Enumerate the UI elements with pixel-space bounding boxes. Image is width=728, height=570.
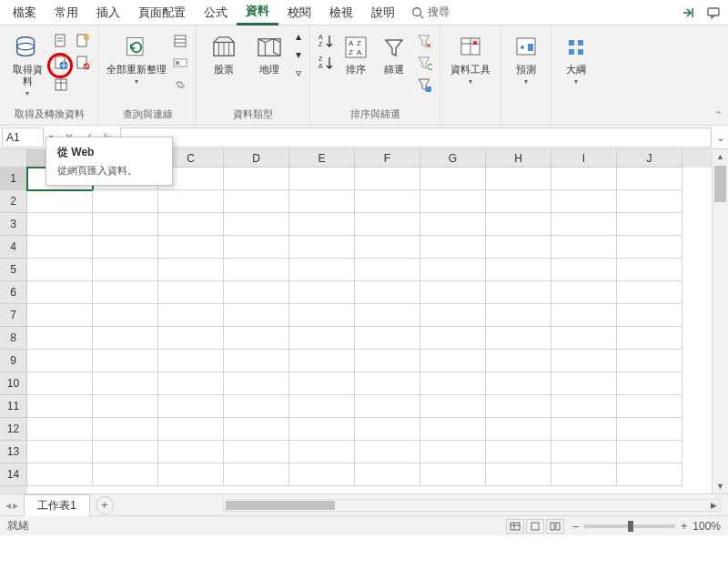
- recent-sources-button[interactable]: [73, 31, 93, 51]
- expand-gallery-button[interactable]: ▿: [293, 67, 304, 78]
- vertical-scrollbar[interactable]: ▲ ▼: [712, 149, 728, 494]
- tab-data[interactable]: 資料: [237, 0, 278, 25]
- cell-G3[interactable]: [420, 213, 486, 236]
- cell-B8[interactable]: [93, 327, 158, 350]
- cell-D8[interactable]: [224, 327, 289, 350]
- cell-J4[interactable]: [617, 236, 682, 259]
- cell-H7[interactable]: [486, 304, 551, 327]
- cells[interactable]: [27, 168, 712, 494]
- cell-J2[interactable]: [617, 190, 682, 213]
- cell-D12[interactable]: [224, 418, 289, 441]
- cell-E12[interactable]: [289, 418, 355, 441]
- cell-I11[interactable]: [551, 395, 617, 418]
- filter-button[interactable]: 篩選: [376, 29, 412, 79]
- search-box[interactable]: 搜尋: [404, 5, 457, 20]
- cell-A5[interactable]: [27, 259, 93, 281]
- existing-connections-button[interactable]: [73, 53, 93, 73]
- cell-F6[interactable]: [355, 281, 420, 304]
- sort-za-button[interactable]: ZA: [316, 53, 336, 73]
- reapply-button[interactable]: [414, 53, 434, 73]
- next-sheet-button[interactable]: ▸: [13, 499, 18, 512]
- cell-E4[interactable]: [289, 236, 355, 259]
- cell-D3[interactable]: [224, 213, 289, 236]
- cell-B13[interactable]: [93, 441, 158, 463]
- tab-formulas[interactable]: 公式: [195, 1, 237, 25]
- row-header-10[interactable]: 10: [0, 372, 27, 395]
- cell-G5[interactable]: [420, 259, 486, 281]
- advanced-button[interactable]: [414, 75, 434, 95]
- column-header-E[interactable]: E: [289, 149, 355, 168]
- cell-A6[interactable]: [27, 281, 93, 304]
- cell-E13[interactable]: [289, 441, 355, 463]
- scrollbar-thumb[interactable]: [714, 166, 726, 202]
- cell-A12[interactable]: [27, 418, 93, 441]
- row-header-14[interactable]: 14: [0, 463, 27, 486]
- cell-H5[interactable]: [486, 259, 551, 281]
- cell-J13[interactable]: [617, 441, 682, 463]
- row-header-13[interactable]: 13: [0, 441, 27, 463]
- cell-H2[interactable]: [486, 190, 551, 213]
- forecast-button[interactable]: 預測 ▾: [507, 29, 545, 90]
- tab-review[interactable]: 校閱: [278, 1, 320, 25]
- tab-page-layout[interactable]: 頁面配置: [129, 1, 195, 25]
- cell-I2[interactable]: [551, 190, 617, 213]
- edit-links-button[interactable]: [170, 75, 190, 95]
- share-button[interactable]: [677, 2, 699, 24]
- cell-A11[interactable]: [27, 395, 93, 418]
- row-header-5[interactable]: 5: [0, 259, 27, 281]
- cell-B12[interactable]: [93, 418, 158, 441]
- cell-D14[interactable]: [224, 463, 289, 486]
- column-header-I[interactable]: I: [551, 149, 617, 168]
- row-header-9[interactable]: 9: [0, 350, 27, 372]
- cell-A7[interactable]: [27, 304, 93, 327]
- cell-C7[interactable]: [158, 304, 224, 327]
- cell-H4[interactable]: [486, 236, 551, 259]
- cell-F3[interactable]: [355, 213, 420, 236]
- column-header-F[interactable]: F: [355, 149, 420, 168]
- cell-H8[interactable]: [486, 327, 551, 350]
- cell-E3[interactable]: [289, 213, 355, 236]
- cell-E5[interactable]: [289, 259, 355, 281]
- cell-E1[interactable]: [289, 168, 355, 190]
- queries-connections-button[interactable]: [170, 31, 190, 51]
- get-data-button[interactable]: 取得資 料 ▾: [5, 29, 49, 102]
- cell-J6[interactable]: [617, 281, 682, 304]
- cell-B9[interactable]: [93, 350, 158, 372]
- cell-G12[interactable]: [420, 418, 486, 441]
- collapse-ribbon-button[interactable]: ⌃: [714, 109, 723, 121]
- cell-H1[interactable]: [486, 168, 551, 190]
- cell-J7[interactable]: [617, 304, 682, 327]
- cell-J14[interactable]: [617, 463, 682, 486]
- zoom-in-button[interactable]: +: [681, 520, 687, 533]
- cell-H13[interactable]: [486, 441, 551, 463]
- comments-button[interactable]: [703, 2, 724, 24]
- cell-H11[interactable]: [486, 395, 551, 418]
- cell-D10[interactable]: [224, 372, 289, 395]
- from-table-button[interactable]: [51, 75, 71, 95]
- cell-D9[interactable]: [224, 350, 289, 372]
- cell-C4[interactable]: [158, 236, 224, 259]
- zoom-out-button[interactable]: –: [573, 520, 580, 533]
- cell-J10[interactable]: [617, 372, 682, 395]
- cell-E6[interactable]: [289, 281, 355, 304]
- cell-E9[interactable]: [289, 350, 355, 372]
- tab-file[interactable]: 檔案: [4, 1, 46, 25]
- page-break-view-button[interactable]: [546, 519, 564, 534]
- cell-E2[interactable]: [289, 190, 355, 213]
- from-text-csv-button[interactable]: [51, 31, 71, 51]
- cell-G4[interactable]: [420, 236, 486, 259]
- cell-F5[interactable]: [355, 259, 420, 281]
- row-header-11[interactable]: 11: [0, 395, 27, 418]
- column-header-G[interactable]: G: [420, 149, 486, 168]
- cell-H6[interactable]: [486, 281, 551, 304]
- cell-F2[interactable]: [355, 190, 420, 213]
- row-header-7[interactable]: 7: [0, 304, 27, 327]
- cell-J1[interactable]: [617, 168, 682, 190]
- cell-C3[interactable]: [158, 213, 224, 236]
- cell-J11[interactable]: [617, 395, 682, 418]
- cell-C9[interactable]: [158, 350, 224, 372]
- normal-view-button[interactable]: [506, 519, 524, 534]
- data-tools-button[interactable]: 資料工具 ▾: [446, 29, 495, 90]
- row-header-3[interactable]: 3: [0, 213, 27, 236]
- row-header-1[interactable]: 1: [0, 168, 27, 190]
